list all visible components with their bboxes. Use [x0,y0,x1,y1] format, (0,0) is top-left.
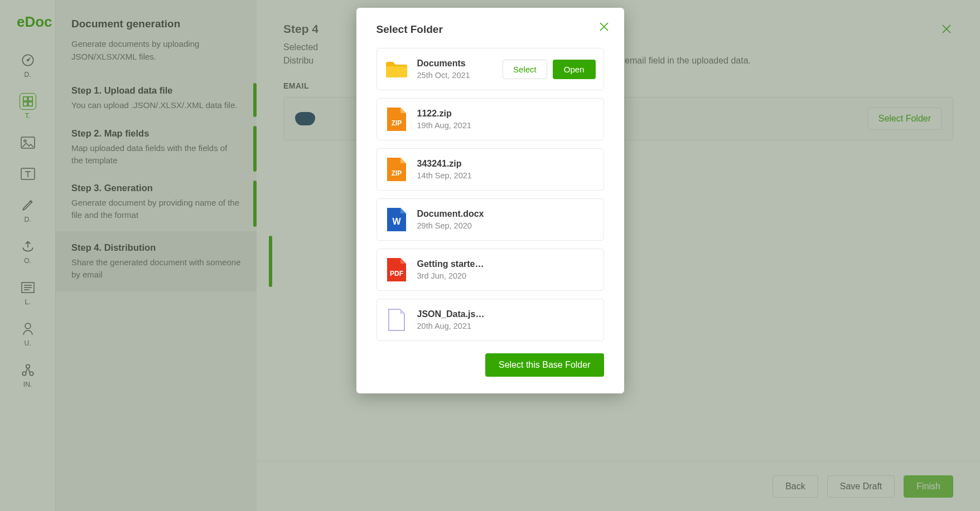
file-row[interactable]: ZIP 343241.zip 14th Sep, 2021 [376,148,604,191]
file-row[interactable]: W Document.docx 29th Sep, 2020 [376,198,604,241]
file-actions: Select Open [503,60,595,79]
modal-footer: Select this Base Folder [376,353,604,377]
file-meta: Document.docx 29th Sep, 2020 [417,209,596,230]
file-date: 25th Oct, 2021 [417,71,494,80]
folder-icon [385,56,408,82]
file-name: 1122.zip [417,109,596,119]
zip-icon: ZIP [385,157,408,182]
file-meta: 1122.zip 19th Aug, 2021 [417,109,596,130]
file-meta: Getting starte… 3rd Jun, 2020 [417,259,596,280]
file-date: 29th Sep, 2020 [417,221,596,230]
pdf-icon: PDF [385,257,408,283]
file-meta: 343241.zip 14th Sep, 2021 [417,159,596,180]
svg-text:ZIP: ZIP [391,169,402,177]
file-row-folder[interactable]: Documents 25th Oct, 2021 Select Open [376,48,604,90]
svg-text:W: W [392,217,401,226]
generic-file-icon [385,307,408,333]
file-name: Getting starte… [417,259,596,269]
file-row[interactable]: ZIP 1122.zip 19th Aug, 2021 [376,98,604,140]
file-meta: Documents 25th Oct, 2021 [417,59,494,80]
zip-icon: ZIP [385,106,408,132]
file-date: 3rd Jun, 2020 [417,271,596,280]
select-folder-modal: Select Folder Documents 25th Oct, 2021 S… [356,8,624,393]
file-name: JSON_Data.js… [417,309,596,319]
file-date: 20th Aug, 2021 [417,322,596,330]
file-date: 14th Sep, 2021 [417,171,596,180]
file-name: 343241.zip [417,159,596,169]
folder-open-button[interactable]: Open [553,60,596,79]
file-list: Documents 25th Oct, 2021 Select Open ZIP… [376,48,604,341]
file-row[interactable]: PDF Getting starte… 3rd Jun, 2020 [376,249,604,291]
modal-title: Select Folder [376,23,604,36]
file-meta: JSON_Data.js… 20th Aug, 2021 [417,309,596,330]
file-name: Documents [417,59,494,69]
svg-text:PDF: PDF [390,270,403,278]
folder-select-button[interactable]: Select [503,60,547,79]
file-date: 19th Aug, 2021 [417,121,596,130]
docx-icon: W [385,207,408,232]
select-base-folder-button[interactable]: Select this Base Folder [485,353,604,377]
svg-text:ZIP: ZIP [391,119,402,127]
modal-close-button[interactable] [597,20,611,33]
file-row[interactable]: JSON_Data.js… 20th Aug, 2021 [376,299,604,341]
file-name: Document.docx [417,209,596,219]
